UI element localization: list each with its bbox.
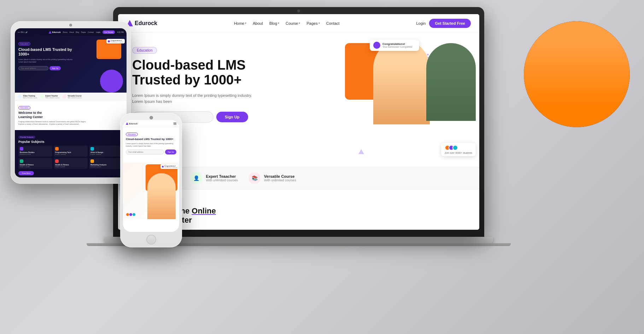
tablet-hero-desc: Lorem Ipsum is simply dummy text of the … xyxy=(18,58,75,63)
versatile-course-text: Versatile Course With unlimited courses xyxy=(264,174,296,182)
tablet-status-bar: •••• BELL 🔊 xyxy=(18,31,47,33)
tablet-camera xyxy=(69,24,72,27)
blog-chevron: ▾ xyxy=(278,22,279,25)
nav-link-about[interactable]: About xyxy=(253,21,263,25)
tablet-expert-icon xyxy=(40,94,44,99)
hero-description: Lorem Ipsum is simply dummy text of the … xyxy=(132,93,259,105)
phone-avatar-3 xyxy=(132,213,136,216)
nav-link-blog[interactable]: Blog ▾ xyxy=(269,21,279,25)
tablet-nav-blog[interactable]: Blog xyxy=(76,31,79,33)
tablet-subject-icon-5 xyxy=(55,159,59,163)
tablet-person-circle xyxy=(100,70,123,93)
tablet-subject-programming: Programming Tech Explore creativity xyxy=(54,146,88,157)
tablet-subjects-grid: Business Studies Business is world Progr… xyxy=(18,146,123,169)
about-title: Welcome to the Online Learning Center xyxy=(132,206,465,225)
get-started-button[interactable]: Get Started Free xyxy=(429,19,471,28)
laptop-camera xyxy=(297,10,300,12)
tablet-nav: •••• BELL 🔊 Edurock Home About Blog Page… xyxy=(15,28,127,36)
tablet-feature-expert: Expert Teacher With unlimited courses xyxy=(40,94,59,99)
tablet-hero2-title: Welcome to theLearning Center xyxy=(18,111,123,119)
tablet-draw-more-button[interactable]: Draw More xyxy=(18,171,34,175)
phone-congrats-icon xyxy=(162,166,164,168)
phone-body: Edurock Education Cloud-based LMS Truste… xyxy=(120,113,182,247)
tablet-subject-health1: Health & Fitness Health is wealth xyxy=(18,158,52,169)
phone-congrats-text: Congratulations! Your Admission Complete… xyxy=(164,165,177,168)
phone-logo-icon xyxy=(126,122,128,125)
tablet-nav-about[interactable]: About xyxy=(69,31,74,33)
scene: Edurock Home ▾ About Blog ▾ Course ▾ Pag… xyxy=(0,0,644,334)
phone-nav: Edurock xyxy=(123,120,179,127)
phone-hero-desc: Lorem ipsum is simply dummy text of the … xyxy=(126,142,175,147)
login-button[interactable]: Login xyxy=(416,21,426,25)
big-circle-decoration xyxy=(524,21,630,127)
expert-teacher-icon: 👤 xyxy=(191,172,203,184)
student-avatars xyxy=(445,145,472,151)
tablet-hero-badge: Education xyxy=(18,42,30,46)
phone-hero-badge: Education xyxy=(126,133,138,136)
phone-hero: Education Cloud-based LMS Trusted by 100… xyxy=(123,127,179,163)
tablet-cta-button[interactable]: Get Started xyxy=(103,30,115,34)
website-logo-text: Edurock xyxy=(135,20,157,27)
tablet-feature-versatile: Versatile Course With unlimited courses xyxy=(63,94,82,99)
tablet-subject-marketing: Marketing Analysis Science is power xyxy=(89,158,123,169)
tablet-congrats-icon xyxy=(108,40,110,42)
nav-link-home[interactable]: Home ▾ xyxy=(234,21,246,25)
phone-image-section: Congratulations! Your Admission Complete… xyxy=(123,163,179,219)
tablet-subject-icon-4 xyxy=(20,159,23,163)
hero-badge: Education xyxy=(132,47,157,54)
tablet-nav-home[interactable]: Home xyxy=(63,31,68,33)
tablet-subject-icon-3 xyxy=(90,147,94,151)
course-chevron: ▾ xyxy=(299,22,300,25)
tablet-body: •••• BELL 🔊 Edurock Home About Blog Page… xyxy=(11,21,131,184)
phone: Edurock Education Cloud-based LMS Truste… xyxy=(120,113,182,247)
tablet-versatile-icon xyxy=(63,94,67,99)
circle-white-ball xyxy=(623,25,630,32)
tablet-signup-button[interactable]: Sign Up xyxy=(49,66,61,70)
tablet-nav-pages[interactable]: Pages xyxy=(81,31,86,33)
phone-signup-button[interactable]: Sign Up xyxy=(165,150,176,154)
tablet-subjects-badge: Popular Subjects xyxy=(18,136,35,139)
hero-signup-button[interactable]: Sign Up xyxy=(216,112,248,122)
phone-home-button[interactable] xyxy=(146,235,156,245)
congrats-text: Congratulations! Your Admission Complete… xyxy=(382,42,412,48)
phone-email-input[interactable] xyxy=(126,150,164,154)
pages-chevron: ▾ xyxy=(318,22,320,25)
tablet-expert-text: Expert Teacher With unlimited courses xyxy=(45,95,59,99)
hero-person-1 xyxy=(373,40,430,124)
tablet-subject-business: Business Studies Business is world xyxy=(18,146,52,157)
tablet-subject-icon-2 xyxy=(55,147,59,151)
phone-screen: Edurock Education Cloud-based LMS Truste… xyxy=(123,120,179,232)
tablet-features: Video Training With unlimited courses Ex… xyxy=(15,93,127,101)
tablet-nav-contact[interactable]: Contact xyxy=(88,31,94,33)
nav-link-pages[interactable]: Pages ▾ xyxy=(306,21,320,25)
feature-item-expert: 👤 Expert Teaacher With unlimited courses xyxy=(191,172,238,184)
tablet-email-input[interactable] xyxy=(18,66,48,70)
congrats-icon xyxy=(373,42,380,49)
tablet-logo-text: Edurock xyxy=(52,31,61,33)
congrats-card: Congratulations! Your Admission Complete… xyxy=(370,40,419,51)
tablet-login[interactable]: Login xyxy=(96,31,100,33)
tablet-nav-links: Home About Blog Pages Contact xyxy=(63,31,94,33)
tablet-video-icon xyxy=(18,94,22,99)
student-count-card: Join over 4000+ students xyxy=(441,143,476,156)
tablet-subjects: Popular Subjects Popular Subjects Busine… xyxy=(15,130,127,177)
tablet-logo-icon xyxy=(49,31,52,34)
phone-logo: Edurock xyxy=(126,122,172,125)
tablet-subject-art: Artist & Design Explore creativity xyxy=(89,146,123,157)
website-hero-right: ✕ Congratulations! Your Admission Comple… xyxy=(295,33,479,167)
feature-item-versatile: 📚 Versatile Course With unlimited course… xyxy=(248,172,296,184)
tablet: •••• BELL 🔊 Edurock Home About Blog Page… xyxy=(11,21,131,184)
nav-link-contact[interactable]: Contact xyxy=(326,21,340,25)
tablet-congrats-text: Congratulations! Your Admission Complete… xyxy=(111,40,123,43)
tablet-subjects-title: Popular Subjects xyxy=(18,140,123,143)
hamburger-menu-icon[interactable] xyxy=(174,123,176,125)
big-circle-person xyxy=(524,21,630,127)
tablet-feature-video: Video Training With unlimited courses xyxy=(18,94,37,99)
tablet-logo: Edurock xyxy=(49,31,61,34)
tablet-video-text: Video Training With unlimited courses xyxy=(23,95,37,99)
nav-link-course[interactable]: Course ▾ xyxy=(286,21,300,25)
tablet-time: 4:21 PM xyxy=(117,31,124,33)
tablet-screen: •••• BELL 🔊 Edurock Home About Blog Page… xyxy=(15,28,127,177)
phone-logo-text: Edurock xyxy=(129,123,137,125)
phone-person-image xyxy=(147,173,176,219)
